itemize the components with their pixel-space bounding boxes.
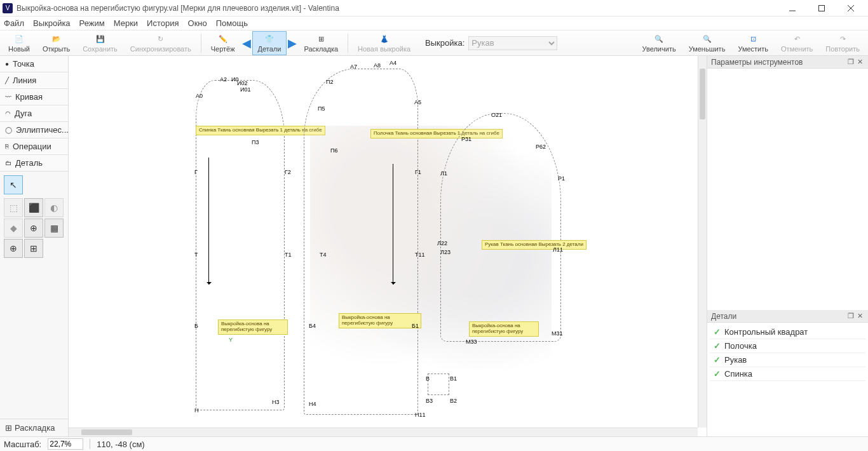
drawing-mode-button[interactable]: ✏️Чертёж [205, 31, 241, 55]
pt-О21: О21 [491, 112, 502, 118]
detail-tool-2[interactable]: ⬛ [24, 198, 43, 217]
detail-tool-3[interactable]: ◐ [44, 198, 64, 217]
pt-Р1: Р1 [558, 175, 565, 182]
new-pattern-button[interactable]: 👗Новая выкройка [352, 31, 416, 55]
workspace: ●Точка ╱Линия 〰Кривая ◠Дуга ◯Эллиптичес.… [0, 56, 868, 436]
dock-close-button[interactable]: ✕ [855, 312, 864, 320]
detail-tool-1[interactable]: ⬚ [4, 198, 23, 217]
detail-tool-4[interactable]: ◆ [4, 219, 23, 238]
grainline-front [393, 164, 393, 285]
window-title: Выкройка-основа на перегибистую фигуру.v… [17, 4, 778, 13]
zoom-fit-icon: ⊡ [750, 34, 756, 45]
detail-tool-7[interactable]: ⊕ [4, 239, 23, 258]
dock-float-button[interactable]: ❐ [846, 312, 855, 320]
titlebar: V Выкройка-основа на перегибистую фигуру… [0, 0, 868, 17]
dock-header-props: Параметры инструментов ❐ ✕ [707, 56, 868, 69]
coords-readout: 110, -48 (см) [97, 440, 144, 449]
details-mode-button[interactable]: 👕Детали [252, 31, 287, 55]
scroll-thumb[interactable] [700, 69, 705, 119]
scroll-thumb[interactable] [81, 429, 132, 435]
redo-button[interactable]: ↷Повторить [820, 31, 865, 55]
save-icon: 💾 [96, 34, 105, 45]
menu-window[interactable]: Окно [188, 18, 207, 28]
detail-item[interactable]: ✓Спинка [710, 367, 865, 381]
line-icon: ╱ [5, 77, 9, 84]
save-button[interactable]: 💾Сохранить [77, 31, 123, 55]
vertical-scrollbar[interactable] [698, 56, 707, 427]
bullet-icon: ● [5, 60, 9, 67]
detail-tool-8[interactable]: ⊞ [24, 239, 43, 258]
dock-close-button[interactable]: ✕ [855, 58, 864, 66]
menu-file[interactable]: Файл [4, 18, 24, 28]
menu-history[interactable]: История [147, 18, 179, 28]
dock-float-button[interactable]: ❐ [846, 58, 855, 66]
zoom-in-button[interactable]: 🔍Увеличить [637, 31, 682, 55]
pt-В: В [426, 375, 430, 382]
pt-Н11: Н11 [415, 412, 426, 418]
sync-button[interactable]: ↻Синхронизировать [125, 31, 197, 55]
pointer-tool[interactable]: ↖ [4, 175, 23, 194]
pt-Р31: Р31 [461, 136, 471, 142]
cat-detail[interactable]: 🗀Деталь [0, 155, 68, 172]
pattern-label: Выкройка: [425, 38, 465, 48]
pattern-selector: Выкройка: Рукав [425, 36, 557, 50]
separator [348, 34, 348, 53]
tool-palette: ↖ ⬚ ⬛ ◐ ◆ ⊕ ▦ ⊕ ⊞ [0, 172, 68, 262]
pt-И01: И01 [240, 86, 250, 93]
menu-help[interactable]: Помощь [216, 18, 248, 28]
drawing-canvas[interactable]: Спинка Ткань основная Вырезать 1 деталь … [69, 56, 698, 427]
separator [201, 34, 201, 53]
undo-button[interactable]: ↶Отменить [775, 31, 818, 55]
redo-icon: ↷ [840, 34, 846, 45]
menu-measures[interactable]: Мерки [114, 18, 138, 28]
window-controls [778, 0, 865, 17]
pt-Р62: Р62 [536, 144, 546, 150]
zoom-out-button[interactable]: 🔍Уменьшить [683, 31, 731, 55]
menu-pattern[interactable]: Выкройка [33, 18, 71, 28]
pt-Т4: Т4 [320, 252, 327, 258]
label-rukav: Рукав Ткань основная Вырезать 2 детали [482, 240, 587, 250]
detail-item[interactable]: ✓Рукав [710, 353, 865, 367]
sync-icon: ↻ [158, 34, 163, 45]
layout-link[interactable]: ⊞Раскладка [0, 419, 68, 436]
pt-Т11: Т11 [415, 252, 425, 258]
pt-М31: М31 [552, 330, 563, 337]
cat-ellipse[interactable]: ◯Эллиптичес... [0, 122, 68, 138]
pattern-dropdown[interactable]: Рукав [468, 36, 557, 50]
detail-item[interactable]: ✓Полочка [710, 339, 865, 353]
pt-П5: П5 [318, 105, 325, 112]
pt-Г: Г [194, 169, 198, 175]
detail-item[interactable]: ✓Контрольный квадрат [710, 325, 865, 339]
open-button[interactable]: 📂Открыть [37, 31, 76, 55]
svg-rect-1 [819, 5, 825, 11]
grainline-back [208, 158, 209, 285]
maximize-button[interactable] [807, 0, 836, 17]
menu-mode[interactable]: Режим [79, 18, 105, 28]
pt-В1: В1 [450, 375, 457, 382]
layout-mode-button[interactable]: ⊞Раскладка [298, 31, 344, 55]
pt-Л1: Л1 [440, 170, 447, 177]
pt-А7: А7 [350, 64, 357, 70]
scale-input[interactable] [48, 438, 83, 450]
folder-icon: 🗀 [5, 159, 11, 166]
horizontal-scrollbar[interactable] [69, 427, 698, 436]
label-desc3: Выкройка-основа на перегибистую фигуру [469, 321, 539, 337]
zoom-fit-button[interactable]: ⊡Уместить [732, 31, 774, 55]
pt-Н3: Н3 [272, 399, 280, 405]
pt-Б: Б [194, 323, 198, 329]
close-button[interactable] [836, 0, 865, 17]
arc-icon: ◠ [5, 110, 11, 117]
folder-open-icon: 📂 [52, 34, 61, 45]
cat-point[interactable]: ●Точка [0, 56, 68, 72]
cat-line[interactable]: ╱Линия [0, 72, 68, 89]
arrow-right-icon: ▶ [288, 36, 297, 50]
cat-arc[interactable]: ◠Дуга [0, 105, 68, 122]
detail-tool-6[interactable]: ▦ [44, 219, 64, 238]
pencil-icon: ✏️ [219, 34, 227, 45]
cat-operations[interactable]: ⎘Операции [0, 138, 68, 155]
new-button[interactable]: 📄Новый [3, 31, 36, 55]
pt-А5: А5 [414, 99, 421, 105]
cat-curve[interactable]: 〰Кривая [0, 89, 68, 105]
minimize-button[interactable] [778, 0, 807, 17]
detail-tool-5[interactable]: ⊕ [24, 219, 43, 238]
